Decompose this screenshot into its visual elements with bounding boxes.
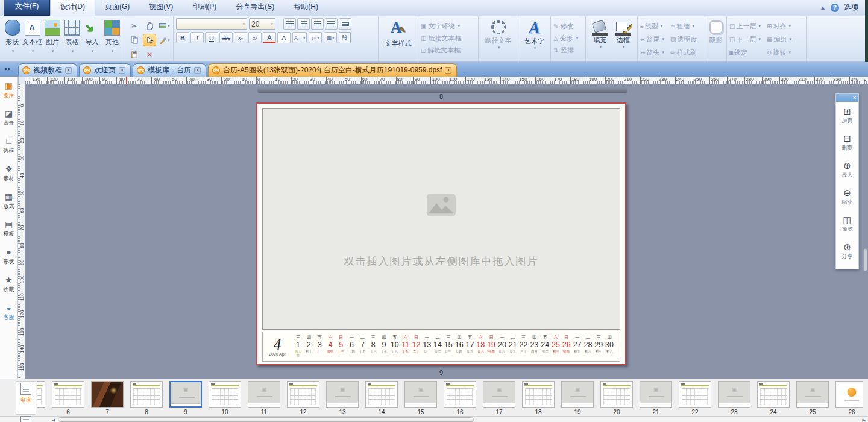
sidebar-item-layout[interactable]: ▦版式 xyxy=(0,187,17,215)
copy-button[interactable] xyxy=(128,34,141,46)
panel-zoom-out-button[interactable]: ⊖缩小 xyxy=(836,183,858,210)
page-thumbnail-24[interactable]: 24 xyxy=(757,381,790,417)
scroll-up-icon[interactable]: ▲ xyxy=(863,78,867,82)
lock-button[interactable]: ◙锁定 xyxy=(729,46,767,59)
delete-button[interactable]: ✕ xyxy=(143,48,156,61)
sidebar-item-template[interactable]: ▤模板 xyxy=(0,215,17,243)
paste-button[interactable] xyxy=(128,48,141,61)
menu-print[interactable]: 印刷(P) xyxy=(183,0,226,16)
scroll-right-icon[interactable]: ▶ xyxy=(863,417,866,422)
page-thumbnail-25[interactable]: 25 xyxy=(796,381,829,417)
page-thumbnail-20[interactable]: 20 xyxy=(600,381,633,417)
panel-drag-handle[interactable] xyxy=(863,248,867,271)
subscript-button[interactable]: x₂ xyxy=(234,32,247,43)
transparency-button[interactable]: ▨透明度 xyxy=(670,33,705,46)
doc-tab-welcome[interactable]: 欢迎页✕ xyxy=(79,63,131,77)
ribbon-group-word-art[interactable]: A 艺术字 ▾ xyxy=(518,16,551,61)
page-thumbnail-8[interactable]: 8 xyxy=(130,381,163,417)
cut-button[interactable]: ✂ xyxy=(128,19,141,32)
page-thumbnail-17[interactable]: 17 xyxy=(483,381,515,417)
insert-import-button[interactable]: 导入▾ xyxy=(82,18,102,60)
doc-tab-template-lib[interactable]: 模板库：台历✕ xyxy=(133,63,206,77)
page-thumbnail-16[interactable]: 16 xyxy=(444,381,476,417)
sidebar-item-gallery[interactable]: ▣图库 xyxy=(0,77,17,104)
options-button[interactable]: 选项 xyxy=(844,2,858,13)
ribbon-group-text-style[interactable]: A 文字样式 xyxy=(379,16,418,61)
page-thumbnail-22[interactable]: 22 xyxy=(679,381,711,417)
insert-other-button[interactable]: 其他▾ xyxy=(102,18,122,60)
send-backward-button[interactable]: ◱下一层▾ xyxy=(729,33,767,46)
scrollbar-handle[interactable] xyxy=(58,417,474,422)
modify-button[interactable]: ✎修改 xyxy=(553,20,583,32)
pan-hand-button[interactable] xyxy=(143,19,156,32)
wrap-button[interactable]: ▣文字环绕▾ xyxy=(421,20,476,32)
font-family-select[interactable]: ▾ xyxy=(176,18,247,30)
line-spacing-button[interactable]: ↕≡▾ xyxy=(309,32,322,43)
align-left-button[interactable] xyxy=(283,18,296,30)
sidebar-item-frame[interactable]: □边框 xyxy=(0,132,17,160)
insert-textbox-button[interactable]: 文本框▾ xyxy=(22,18,42,60)
page-thumbnail-15[interactable]: 15 xyxy=(404,381,437,417)
rotate-button[interactable]: ↻旋转▾ xyxy=(767,46,805,59)
page[interactable]: 双击插入图片或从左侧图库中拖入图片 4 2020 Apr 三1愚人节四2初十五3… xyxy=(256,102,626,365)
tab-scroll-icon[interactable]: ▸▸ xyxy=(5,65,11,72)
picture-tool-button[interactable]: ▾ xyxy=(158,19,171,32)
page-thumbnail-6[interactable]: 6 xyxy=(52,381,84,417)
calendar-strip[interactable]: 4 2020 Apr 三1愚人节四2初十五3十一六4清明日5十三一6十四二7十五… xyxy=(262,332,620,362)
columns-button[interactable]: ▦▾ xyxy=(324,32,337,43)
horizontal-scrollbar[interactable]: ◀ ▶ xyxy=(0,416,868,422)
insert-picture-button[interactable]: 图片▾ xyxy=(42,18,62,60)
thickness-button[interactable]: ≣粗细▾ xyxy=(670,19,705,33)
page-thumbnail-19[interactable]: 19 xyxy=(561,381,594,417)
sidebar-item-background[interactable]: ◪背景 xyxy=(0,104,17,132)
panel-zoom-in-button[interactable]: ⊕放大 xyxy=(836,156,858,183)
page-thumbnail-14[interactable]: 14 xyxy=(365,381,398,417)
vertical-button[interactable]: ⇅竖排 xyxy=(553,44,583,56)
sidebar-item-shape[interactable]: ●形状 xyxy=(0,243,17,271)
arrow-head-button[interactable]: ↣箭头▾ xyxy=(640,46,670,59)
align-center-button[interactable] xyxy=(297,18,310,30)
shadow-button[interactable]: 阴影 xyxy=(705,16,727,61)
tab-close-icon[interactable]: ✕ xyxy=(194,67,201,74)
arrow-tail-button[interactable]: ↢箭尾▾ xyxy=(640,33,670,46)
help-icon[interactable]: ? xyxy=(831,4,839,12)
doc-tab-video-tutorial[interactable]: 视频教程✕ xyxy=(18,63,77,77)
panel-add-page-button[interactable]: ⊞加页 xyxy=(836,102,858,129)
page-thumbnail-9[interactable]: 9 xyxy=(169,381,202,417)
align-distribute-button[interactable] xyxy=(339,18,351,30)
line-style-button[interactable]: ≡线型▾ xyxy=(640,19,670,33)
page-thumbnail-10[interactable]: 10 xyxy=(209,381,241,417)
sidebar-item-favorite[interactable]: ★收藏 xyxy=(0,271,17,298)
align-justify-button[interactable] xyxy=(325,18,338,30)
canvas[interactable]: 8 双击插入图片或从左侧图库中拖入图片 4 2020 Apr 三1愚人节四2初十… xyxy=(25,84,868,379)
group-button[interactable]: ▦编组▾ xyxy=(767,33,805,46)
align-button[interactable]: ⊞对齐▾ xyxy=(767,19,805,33)
sidebar-item-material[interactable]: ❖素材 xyxy=(0,160,17,187)
tab-close-icon[interactable]: ✕ xyxy=(119,67,125,74)
bold-button[interactable]: B xyxy=(176,32,189,43)
paragraph-dialog-button[interactable]: 段 xyxy=(339,32,351,43)
page-thumbnail[interactable] xyxy=(37,381,45,417)
menu-file[interactable]: 文件(F) xyxy=(4,0,50,16)
panel-share-button[interactable]: ⊛分享 xyxy=(836,238,858,265)
page-thumbnail-18[interactable]: 18 xyxy=(522,381,555,417)
menu-share-export[interactable]: 分享导出(S) xyxy=(226,0,284,16)
page-thumbnail-23[interactable]: 23 xyxy=(718,381,750,417)
italic-button[interactable]: I xyxy=(190,32,204,43)
insert-shape-button[interactable]: 形状▾ xyxy=(2,18,22,60)
scroll-left-icon[interactable]: ◀ xyxy=(52,417,55,422)
strikethrough-button[interactable]: abc xyxy=(219,32,233,43)
page-thumbnail-13[interactable]: 13 xyxy=(326,381,359,417)
insert-table-button[interactable]: 表格▾ xyxy=(62,18,82,60)
tab-close-icon[interactable]: ✕ xyxy=(445,67,451,74)
border-button[interactable]: 边框 ▾ xyxy=(615,18,632,60)
panel-preview-button[interactable]: ◫预览 xyxy=(836,210,858,238)
select-tool-button[interactable] xyxy=(143,34,156,46)
master-view-button[interactable]: 母版 xyxy=(16,416,36,422)
format-brush-button[interactable]: ▾ xyxy=(158,34,171,46)
align-right-button[interactable] xyxy=(311,18,324,30)
doc-tab-document[interactable]: 台历-A5圈装(13张双面)-2020年台历空白-横式月历191019-0959… xyxy=(208,63,457,77)
page-thumbnail-26[interactable]: 26 xyxy=(835,381,863,417)
fill-button[interactable]: 填充 ▾ xyxy=(591,18,608,60)
panel-delete-page-button[interactable]: ⊟删页 xyxy=(836,129,858,156)
